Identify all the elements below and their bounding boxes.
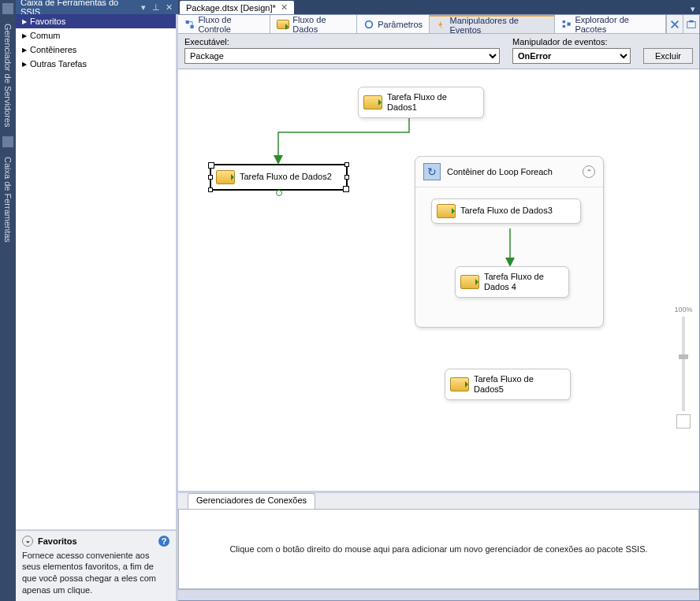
server-explorer-tab[interactable]: Gerenciador de Servidores bbox=[2, 19, 14, 132]
toolbox-item-conteineres[interactable]: ▶Contêineres bbox=[16, 43, 176, 57]
document-tab-close-icon[interactable]: ✕ bbox=[281, 2, 288, 13]
toolbox-close-icon[interactable]: ✕ bbox=[164, 2, 173, 12]
toolbox-help-title: Favoritos bbox=[38, 536, 77, 546]
toolbox-item-favoritos[interactable]: ▶Favoritos bbox=[16, 14, 176, 28]
zoom-fit-button[interactable] bbox=[676, 414, 691, 428]
designer-panel: Fluxo de Controle Fluxo de Dados Parâmet… bbox=[178, 14, 700, 601]
delete-button[interactable]: Excluir bbox=[643, 48, 693, 64]
toolbox-pin-icon[interactable]: ⊥ bbox=[151, 2, 161, 12]
task-dataflow-2[interactable]: Tarefa Fluxo de Dados2 bbox=[210, 164, 348, 191]
data-flow-task-icon bbox=[363, 95, 382, 109]
tab-data-flow[interactable]: Fluxo de Dados bbox=[270, 15, 357, 33]
document-tab-label: Package.dtsx [Design]* bbox=[186, 3, 276, 13]
task-dataflow-5[interactable]: Tarefa Fluxo de Dados5 bbox=[445, 369, 571, 400]
zoom-control: 100% bbox=[672, 306, 694, 428]
tab-control-flow[interactable]: Fluxo de Controle bbox=[178, 15, 270, 33]
package-explorer-icon bbox=[561, 19, 572, 30]
handler-select[interactable]: OnError bbox=[512, 48, 631, 64]
designer-tab-strip: Fluxo de Controle Fluxo de Dados Parâmet… bbox=[178, 15, 699, 34]
toolbox-list: ▶Favoritos ▶Comum ▶Contêineres ▶Outras T… bbox=[16, 14, 176, 529]
tab-event-handlers[interactable]: Manipuladores de Eventos bbox=[430, 15, 555, 33]
toolbox-help-panel: ⌄ Favoritos ? Fornece acesso conveniente… bbox=[16, 529, 176, 601]
variables-button[interactable] bbox=[666, 15, 683, 33]
toolbox-collapsed-tab[interactable]: Caixa de Ferramentas bbox=[2, 152, 14, 247]
toolbox-dropdown-icon[interactable]: ▾ bbox=[139, 2, 148, 12]
svg-rect-0 bbox=[186, 20, 189, 23]
toolbox-help-body: Fornece acesso conveniente aos seus elem… bbox=[22, 550, 169, 596]
data-flow-task-icon bbox=[450, 377, 469, 391]
data-flow-task-icon bbox=[216, 170, 235, 184]
toolbox-item-comum[interactable]: ▶Comum bbox=[16, 28, 176, 43]
zoom-percent: 100% bbox=[674, 306, 692, 313]
connection-managers-hint: Clique com o botão direito do mouse aqui… bbox=[229, 544, 647, 554]
event-handlers-icon bbox=[436, 20, 446, 31]
toolbox-item-outras[interactable]: ▶Outras Tarefas bbox=[16, 57, 176, 71]
handler-label: Manipulador de eventos: bbox=[512, 37, 631, 46]
tab-parameters[interactable]: Parâmetros bbox=[357, 15, 430, 33]
foreach-loop-icon bbox=[423, 163, 441, 180]
tab-package-explorer[interactable]: Explorador de Pacotes bbox=[555, 15, 666, 33]
svg-rect-4 bbox=[563, 24, 565, 27]
document-tab-strip: Package.dtsx [Design]* ✕ ▾ bbox=[178, 0, 700, 14]
collapsed-side-strip: Gerenciador de Servidores Caixa de Ferra… bbox=[0, 0, 16, 601]
connection-managers-body[interactable]: Clique com o botão direito do mouse aqui… bbox=[178, 509, 699, 589]
data-flow-task-icon bbox=[437, 204, 456, 218]
foreach-loop-container[interactable]: Contêiner do Loop Foreach ⌃ Tarefa Fluxo… bbox=[415, 156, 604, 328]
task-dataflow-1[interactable]: Tarefa Fluxo de Dados1 bbox=[358, 87, 484, 118]
task-dataflow-3[interactable]: Tarefa Fluxo de Dados3 bbox=[431, 198, 581, 224]
svg-rect-5 bbox=[568, 22, 571, 25]
document-tab-list-button[interactable]: ▾ bbox=[686, 4, 700, 14]
toolbox-title-bar: Caixa de Ferramentas do SSIS ▾ ⊥ ✕ bbox=[16, 0, 178, 14]
server-explorer-icon bbox=[2, 3, 13, 14]
toolbox-panel: ▶Favoritos ▶Comum ▶Contêineres ▶Outras T… bbox=[16, 14, 178, 601]
zoom-slider[interactable] bbox=[682, 317, 685, 411]
svg-rect-1 bbox=[191, 24, 194, 28]
container-collapse-icon[interactable]: ⌃ bbox=[583, 165, 595, 178]
executable-select[interactable]: Package bbox=[184, 48, 500, 64]
toolbox-help-collapse-icon[interactable]: ⌄ bbox=[22, 536, 33, 547]
svg-rect-3 bbox=[563, 20, 565, 22]
connection-managers-panel: Gerenciadores de Conexões Clique com o b… bbox=[178, 491, 699, 589]
design-canvas[interactable]: Tarefa Fluxo de Dados1 Tarefa Fluxo de D… bbox=[178, 69, 699, 491]
data-flow-icon bbox=[277, 20, 289, 29]
status-bar bbox=[178, 589, 699, 600]
connection-managers-tab[interactable]: Gerenciadores de Conexões bbox=[188, 493, 315, 509]
document-tab[interactable]: Package.dtsx [Design]* ✕ bbox=[180, 1, 294, 14]
executable-label: Executável: bbox=[184, 37, 500, 46]
toolbox-collapsed-icon bbox=[2, 136, 13, 147]
parameters-icon bbox=[363, 19, 374, 30]
event-handler-selector-bar: Executável: Package Manipulador de event… bbox=[178, 34, 699, 69]
data-flow-task-icon bbox=[460, 275, 479, 289]
connector-handle[interactable] bbox=[276, 190, 282, 196]
svg-point-2 bbox=[366, 20, 373, 28]
help-icon[interactable]: ? bbox=[158, 536, 169, 547]
control-flow-icon bbox=[184, 19, 195, 30]
variables-icon bbox=[669, 19, 680, 30]
task-dataflow-4[interactable]: Tarefa Fluxo de Dados 4 bbox=[455, 266, 569, 298]
svg-rect-6 bbox=[687, 21, 696, 28]
ssis-toolbox-icon bbox=[686, 19, 697, 30]
ssis-toolbox-button[interactable] bbox=[683, 15, 699, 33]
svg-rect-7 bbox=[689, 20, 693, 22]
